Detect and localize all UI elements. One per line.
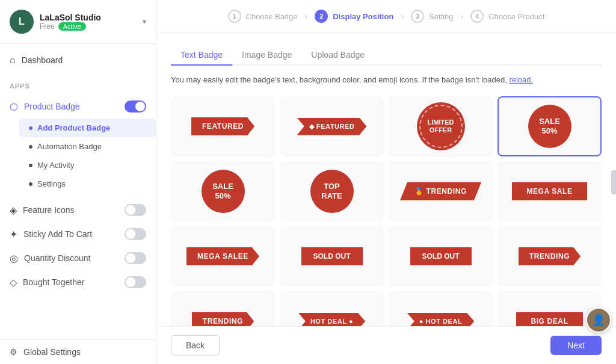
product-badge-icon: ⬡ (10, 101, 18, 113)
scroll-handle (611, 170, 616, 194)
badge-sale-50-circle-2: SALE 50% (202, 170, 245, 213)
badge-cell-5[interactable]: SALE 50% (171, 161, 275, 221)
tab-text-badge[interactable]: Text Badge (171, 45, 232, 66)
sidebar-item-quantity-discount[interactable]: ◎ Quantity Discount (0, 246, 156, 270)
badge-cell-15[interactable]: ● HOT DEAL (389, 291, 493, 326)
badge-cell-7[interactable]: 🏅 TRENDING (389, 161, 493, 221)
wizard-steps: 1 Choose Badge › 2 Display Position › 3 … (156, 0, 616, 33)
floating-profile-avatar: 👤 (586, 307, 611, 333)
badge-cell-14[interactable]: HOT DEAL ● (280, 291, 384, 326)
quantity-discount-toggle[interactable] (125, 252, 146, 264)
avatar: L (10, 10, 34, 34)
badge-trending-2: TRENDING (519, 247, 581, 265)
apps-section-label: APPS (0, 76, 156, 92)
badge-sale-50-circle: SALE 50% (528, 105, 571, 148)
dot-icon (29, 145, 32, 149)
sidebar-brand: LaLaSol Studio Free Active (40, 13, 137, 31)
chevron-down-icon[interactable]: ▾ (143, 17, 146, 26)
wizard-step-4: 4 Choose Product (470, 10, 544, 23)
info-text: You may easily edit the badge's text, ba… (171, 75, 602, 84)
badge-cell-8[interactable]: MEGA SALE (497, 161, 602, 221)
badge-top-rate: TOP RATE (310, 170, 354, 213)
sidebar-item-bought-together[interactable]: ◇ Bought Together (0, 270, 156, 294)
badge-sold-out-2: SOLD OUT (410, 247, 472, 265)
feature-icons-icon: ◈ (10, 205, 17, 216)
badge-cell-4[interactable]: SALE 50% (497, 96, 602, 156)
brand-sub: Free Active (40, 22, 137, 31)
home-icon: ⌂ (10, 55, 16, 66)
badge-big-deal: BIG DEAL (516, 312, 582, 326)
badge-trending-3: TRENDING (192, 312, 254, 326)
active-badge: Active (58, 22, 86, 31)
sidebar-item-dashboard[interactable]: ⌂ Dashboard (0, 49, 156, 72)
sidebar-item-global-settings[interactable]: ⚙ Global Settings (0, 339, 156, 364)
badge-cell-1[interactable]: FEATURED (171, 96, 275, 156)
wizard-arrow-3: › (461, 11, 464, 21)
sidebar: L LaLaSol Studio Free Active ▾ ⌂ Dashboa… (0, 0, 156, 364)
badge-featured-diamond: ◆ FEATURED (297, 118, 367, 135)
badge-hot-deal-2: ● HOT DEAL (407, 313, 474, 326)
wizard-step-2: 2 Display Position (315, 10, 393, 23)
sidebar-item-settings[interactable]: Settings (19, 174, 156, 193)
next-button[interactable]: Next (550, 336, 602, 355)
badge-mega-salee: MEGA SALEE (186, 247, 259, 265)
badge-limited-offer: LIMITED OFFER (419, 105, 463, 148)
badge-hot-deal-1: HOT DEAL ● (298, 313, 365, 326)
main-content: 1 Choose Badge › 2 Display Position › 3 … (156, 0, 616, 364)
tab-image-badge[interactable]: Image Badge (232, 45, 301, 66)
step-number-1: 1 (228, 10, 241, 23)
product-badge-toggle[interactable] (125, 100, 146, 113)
dot-icon (29, 126, 32, 130)
badge-sold-out-1: SOLD OUT (301, 247, 363, 265)
back-button[interactable]: Back (171, 335, 220, 356)
sticky-cart-icon: ✦ (10, 229, 17, 240)
badge-cell-11[interactable]: SOLD OUT (389, 226, 493, 286)
step-number-2: 2 (315, 10, 328, 23)
content-footer: Back Next (156, 326, 616, 364)
badge-tabs: Text Badge Image Badge Upload Badge (171, 45, 602, 66)
apps-section: ⬡ Product Badge Add Product Badge Automa… (0, 92, 156, 196)
brand-name: LaLaSol Studio (40, 13, 137, 22)
badge-trending-star: 🏅 TRENDING (400, 182, 481, 200)
wizard-step-3: 3 Setting (411, 10, 453, 23)
step-number-4: 4 (470, 10, 484, 23)
sub-nav: Add Product Badge Automation Badge My Ac… (0, 119, 156, 193)
sidebar-item-add-product-badge[interactable]: Add Product Badge (19, 119, 156, 137)
wizard-step-1: 1 Choose Badge (228, 10, 298, 23)
quantity-discount-icon: ◎ (10, 253, 18, 264)
bought-together-toggle[interactable] (125, 276, 146, 288)
settings-icon: ⚙ (10, 347, 17, 357)
other-apps: ◈ Feature Icons ✦ Sticky Add To Cart ◎ Q… (0, 196, 156, 297)
sidebar-item-product-badge[interactable]: ⬡ Product Badge (0, 94, 156, 119)
feature-icons-toggle[interactable] (125, 204, 146, 216)
sticky-cart-toggle[interactable] (125, 228, 146, 240)
sidebar-nav: ⌂ Dashboard (0, 44, 156, 76)
sidebar-item-automation-badge[interactable]: Automation Badge (19, 137, 156, 156)
step-number-3: 3 (411, 10, 424, 23)
badge-cell-12[interactable]: TRENDING (497, 226, 602, 286)
badge-cell-3[interactable]: LIMITED OFFER (389, 96, 493, 156)
wizard-arrow-1: › (305, 11, 308, 21)
badge-cell-2[interactable]: ◆ FEATURED (280, 96, 384, 156)
sidebar-item-feature-icons[interactable]: ◈ Feature Icons (0, 198, 156, 222)
dot-icon (29, 164, 32, 167)
sidebar-item-my-activity[interactable]: My Activity (19, 156, 156, 174)
badge-cell-6[interactable]: TOP RATE (280, 161, 384, 221)
tab-upload-badge[interactable]: Upload Badge (301, 45, 374, 66)
badge-cell-9[interactable]: MEGA SALEE (171, 226, 275, 286)
content-area: Text Badge Image Badge Upload Badge You … (156, 33, 616, 326)
badge-grid: FEATURED ◆ FEATURED LIMITED OFFER SALE 5… (171, 96, 602, 326)
sidebar-header: L LaLaSol Studio Free Active ▾ (0, 0, 156, 44)
badge-featured-right: FEATURED (191, 117, 254, 135)
badge-mega-sale: MEGA SALE (512, 182, 587, 200)
bought-together-icon: ◇ (10, 277, 17, 288)
badge-cell-10[interactable]: SOLD OUT (280, 226, 384, 286)
badge-cell-13[interactable]: TRENDING (171, 291, 275, 326)
dot-icon (29, 182, 32, 186)
wizard-arrow-2: › (401, 11, 404, 21)
sidebar-item-sticky-add-to-cart[interactable]: ✦ Sticky Add To Cart (0, 222, 156, 246)
reload-link[interactable]: reload. (509, 75, 533, 84)
